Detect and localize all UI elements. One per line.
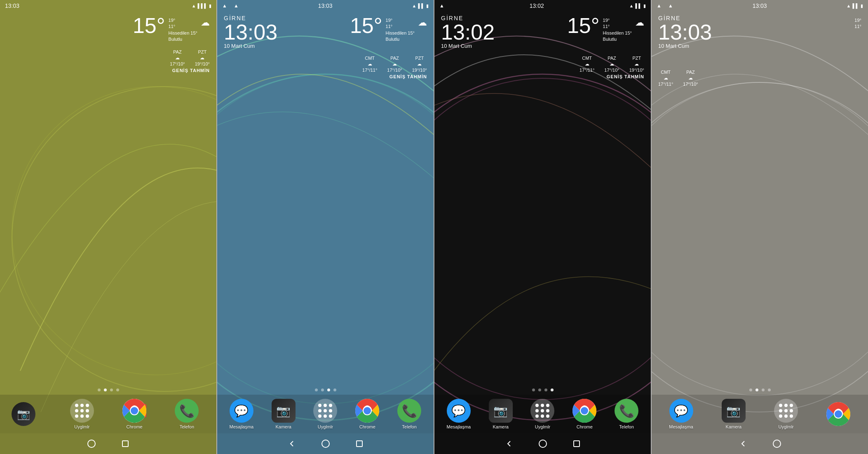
home-icon-3 <box>539 440 547 448</box>
status-bar-1: 13:03 ▲ ▌▌▌ ▮ <box>0 0 216 12</box>
signal-icon-4: ▌▌ <box>852 3 859 8</box>
app-label-cam-4: Kamera <box>726 424 742 429</box>
app-label-uyg-3: Uyglmlr <box>535 424 550 429</box>
nav-recents-2[interactable] <box>355 439 364 448</box>
uyg-icon-4 <box>774 399 798 423</box>
nav-recents-3[interactable] <box>572 439 581 448</box>
chrome-icon-1 <box>122 399 146 423</box>
genis-tahmin-3: GENİŞ TAHMİN <box>441 74 644 79</box>
nav-recents-1[interactable] <box>121 439 130 448</box>
status-icons-3: ▲ ▌▌ ▮ <box>629 3 646 9</box>
home-icon-1 <box>87 440 96 448</box>
dot-3-4 <box>551 388 554 391</box>
back-icon-4 <box>739 440 747 447</box>
dot-3-2 <box>538 388 541 391</box>
wifi-icon-3: ▲ <box>629 3 634 8</box>
dot-2-2 <box>321 388 324 391</box>
app-kamera-4[interactable]: 📷 Kamera <box>707 399 760 429</box>
app-chrome-3[interactable]: Chrome <box>563 399 605 429</box>
app-mesajlasma-4[interactable]: 💬 Mesajlaşma <box>655 399 707 429</box>
home-icon-4 <box>773 440 781 448</box>
square-icon-2 <box>356 440 363 447</box>
kamera-icon-2: 📷 <box>272 399 296 423</box>
dot-4-3 <box>762 388 765 391</box>
app-label-cam-2: Kamera <box>275 424 291 429</box>
app-telefon-3[interactable]: 📞 Telefon <box>605 399 647 429</box>
status-bar-2: ▲ ▲ 13:03 ▲ ▌▌ ▮ <box>217 0 434 12</box>
battery-icon-3: ▮ <box>643 3 646 9</box>
status-time-4: 13:03 <box>753 2 767 9</box>
nav-back-2[interactable] <box>287 439 296 448</box>
app-uygulamalar-2[interactable]: Uyglmlr <box>305 399 347 429</box>
location-time-2: GİRNE 13:03 10 Mart Cum <box>224 15 277 49</box>
kamera-icon-3: 📷 <box>489 399 513 423</box>
dot-3-3 <box>544 388 547 391</box>
battery-icon-4: ▮ <box>861 3 863 9</box>
nav-home-3[interactable] <box>538 439 547 448</box>
status-icons-4: ▲ ▌▌ ▮ <box>847 3 863 9</box>
nav-bar-2 <box>217 433 434 454</box>
nav-home-4[interactable] <box>772 439 781 448</box>
app-uygulamalar-4[interactable]: Uyglmlr <box>760 399 812 429</box>
status-icon-drive-2: ▲ <box>222 3 227 9</box>
dots-grid-3 <box>535 404 549 418</box>
app-label-uyg-1: Uyglmlr <box>74 424 89 429</box>
home-icon-2 <box>321 440 330 448</box>
svg-point-15 <box>364 407 371 414</box>
app-dock-4: 💬 Mesajlaşma 📷 Kamera Uyglmlr <box>652 395 868 433</box>
svg-point-32 <box>773 440 781 447</box>
app-label-msg-2: Mesajlaşma <box>230 424 254 429</box>
dot-1-3 <box>110 388 113 391</box>
wifi-icon-1: ▲ <box>192 3 196 8</box>
signal-icon-3: ▌▌ <box>635 3 642 8</box>
app-mesajlasma-2[interactable]: 💬 Mesajlaşma <box>221 399 263 429</box>
telefon-icon-3: 📞 <box>615 399 638 423</box>
back-icon-2 <box>288 440 296 447</box>
signal-icon-2: ▌▌ <box>418 3 425 8</box>
app-label-msg-3: Mesajlaşma <box>447 424 471 429</box>
app-dock-2: 💬 Mesajlaşma 📷 Kamera Uyglmlr <box>217 395 434 433</box>
msg-icon-2: 💬 <box>230 399 253 423</box>
forecast-1: PAZ ☁ 17°/10° PZT ☁ 19°/10° <box>7 49 210 66</box>
dot-1-2 <box>104 388 107 391</box>
app-chrome-partial-4[interactable] <box>812 402 865 426</box>
status-icon-drive-4: ▲ <box>657 3 662 9</box>
dot-2-1 <box>315 388 318 391</box>
app-uygulamalar-1[interactable]: Uyglmlr <box>56 399 108 429</box>
dot-4-4 <box>768 388 771 391</box>
forecast-4: CMT☁17°/11° PAZ☁17°/10° <box>658 70 861 87</box>
app-uygulamalar-3[interactable]: Uyglmlr <box>522 399 564 429</box>
wifi-icon-2: ▲ <box>412 3 417 8</box>
nav-back-3[interactable] <box>504 439 514 448</box>
dot-2-3 <box>327 388 330 391</box>
telefon-icon-1: 📞 <box>175 399 199 423</box>
svg-point-16 <box>322 440 329 447</box>
app-label-uyg-4: Uyglmlr <box>778 424 793 429</box>
status-time-1: 13:03 <box>5 2 19 9</box>
app-mesajlasma-3[interactable]: 💬 Mesajlaşma <box>438 399 480 429</box>
app-chrome-2[interactable]: Chrome <box>346 399 388 429</box>
status-icons-1: ▲ ▌▌▌ ▮ <box>192 3 211 9</box>
temp-section-3: 15° 19° 11° Hissedilen 15° Bulutlu ☁ <box>567 15 644 43</box>
app-kamera-2[interactable]: 📷 Kamera <box>263 399 305 429</box>
genis-tahmin-2: GENİŞ TAHMİN <box>224 74 427 79</box>
uyg-icon-3 <box>530 399 554 423</box>
app-camera-partial[interactable]: 📷 <box>3 402 56 426</box>
page-dots-1 <box>0 385 216 395</box>
signal-icon-1: ▌▌▌ <box>198 3 207 8</box>
nav-home-2[interactable] <box>321 439 330 448</box>
page-dots-3 <box>434 385 651 395</box>
app-kamera-3[interactable]: 📷 Kamera <box>480 399 522 429</box>
uyg-icon-2 <box>313 399 337 423</box>
telefon-icon-2: 📞 <box>397 399 421 423</box>
app-chrome-1[interactable]: Chrome <box>108 399 161 429</box>
nav-back-4[interactable] <box>739 439 748 448</box>
phone-screen-2: ▲ ▲ 13:03 ▲ ▌▌ ▮ GİRNE 13:03 10 Mart Cum… <box>217 0 434 454</box>
svg-point-24 <box>539 440 547 447</box>
app-telefon-2[interactable]: 📞 Telefon <box>388 399 430 429</box>
dot-4-2 <box>755 388 758 391</box>
svg-point-23 <box>581 407 588 414</box>
app-telefon-1[interactable]: 📞 Telefon <box>161 399 213 429</box>
widget-1: 15° 19° 11° Hissedilen 15° Bulutlu ☁ PAZ… <box>0 12 216 385</box>
nav-home-1[interactable] <box>87 439 96 448</box>
